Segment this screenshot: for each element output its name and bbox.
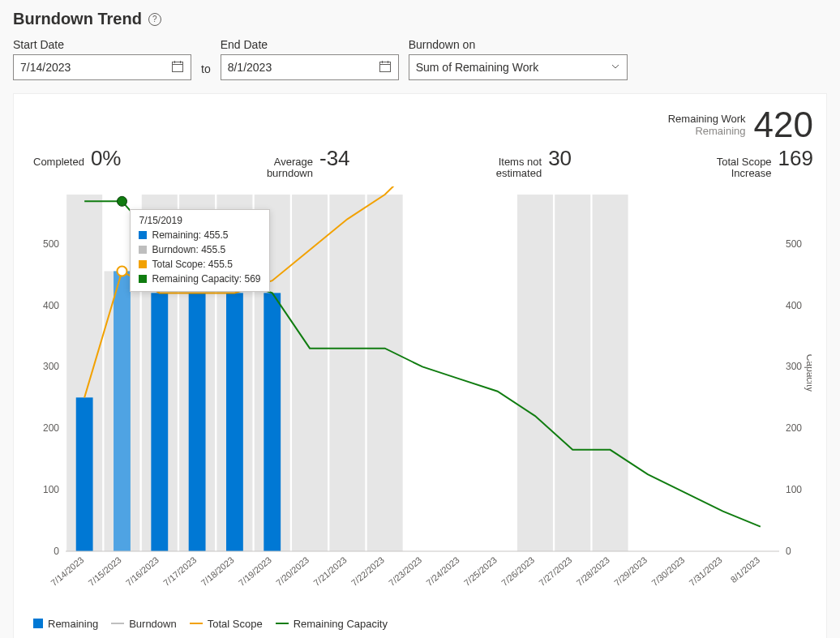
legend-swatch (111, 623, 124, 624)
legend-label: Remaining Capacity (294, 618, 388, 630)
svg-rect-34 (114, 271, 131, 551)
total-scope-increase-metric: Total Scope Increase 169 (707, 146, 813, 180)
svg-text:300: 300 (786, 361, 802, 372)
start-date-label: Start Date (13, 38, 191, 51)
burndown-on-label: Burndown on (409, 38, 628, 51)
avg-burndown-metric: Average burndown -34 (256, 146, 350, 180)
end-date-group: End Date 8/1/2023 (221, 38, 399, 80)
total-scope-increase-label: Total Scope Increase (707, 156, 772, 180)
start-date-group: Start Date 7/14/2023 (13, 38, 191, 80)
svg-rect-17 (517, 195, 553, 551)
svg-text:7/20/2023: 7/20/2023 (274, 555, 311, 588)
burndown-on-group: Burndown on Sum of Remaining Work (409, 38, 628, 80)
svg-rect-19 (593, 195, 628, 551)
items-not-estimated-value: 30 (548, 146, 572, 171)
svg-text:7/17/2023: 7/17/2023 (161, 555, 198, 588)
svg-text:500: 500 (43, 238, 59, 249)
burndown-on-value: Sum of Remaining Work (416, 61, 538, 74)
metrics-top: Remaining Work Remaining 420 (33, 107, 813, 143)
svg-text:200: 200 (786, 422, 802, 434)
end-date-input[interactable]: 8/1/2023 (221, 54, 399, 80)
svg-text:7/24/2023: 7/24/2023 (424, 555, 461, 588)
svg-text:8/1/2023: 8/1/2023 (729, 555, 762, 584)
svg-text:7/30/2023: 7/30/2023 (649, 555, 686, 588)
svg-text:7/14/2023: 7/14/2023 (49, 555, 85, 588)
completed-metric: Completed 0% (33, 146, 121, 180)
svg-text:7/16/2023: 7/16/2023 (124, 555, 161, 588)
svg-text:7/23/2023: 7/23/2023 (387, 555, 423, 588)
page-title: Burndown Trend (13, 10, 142, 28)
metrics-row: Completed 0% Average burndown -34 Items … (33, 146, 813, 180)
svg-text:100: 100 (43, 484, 59, 495)
svg-text:7/25/2023: 7/25/2023 (462, 555, 499, 588)
remaining-work-value: 420 (754, 107, 813, 143)
svg-rect-0 (173, 62, 183, 71)
header: Burndown Trend ? (0, 0, 840, 35)
legend-label: Burndown (129, 618, 177, 630)
end-date-label: End Date (221, 38, 399, 51)
svg-rect-38 (264, 293, 281, 551)
svg-text:7/31/2023: 7/31/2023 (688, 555, 724, 588)
completed-label: Completed (33, 156, 84, 168)
legend-item[interactable]: Remaining Capacity (276, 618, 388, 630)
svg-text:7/18/2023: 7/18/2023 (199, 555, 236, 588)
svg-text:0: 0 (54, 546, 59, 557)
svg-text:7/26/2023: 7/26/2023 (499, 555, 536, 588)
legend-swatch (276, 623, 289, 624)
start-date-value: 7/14/2023 (20, 61, 71, 74)
legend-item[interactable]: Total Scope (190, 618, 263, 630)
calendar-icon (171, 60, 184, 75)
svg-rect-18 (555, 195, 590, 551)
chart-panel: Remaining Work Remaining 420 Completed 0… (13, 93, 827, 638)
start-date-input[interactable]: 7/14/2023 (13, 54, 191, 80)
burndown-on-select[interactable]: Sum of Remaining Work (409, 54, 628, 80)
svg-rect-4 (379, 62, 390, 71)
svg-text:500: 500 (786, 238, 802, 249)
legend-swatch (33, 619, 43, 628)
svg-rect-35 (151, 293, 168, 551)
svg-text:7/28/2023: 7/28/2023 (575, 555, 611, 588)
svg-text:400: 400 (43, 299, 59, 310)
avg-burndown-value: -34 (319, 146, 350, 171)
filter-bar: Start Date 7/14/2023 to End Date 8/1/202… (0, 35, 840, 93)
svg-rect-36 (189, 293, 206, 551)
chevron-down-icon (611, 61, 620, 74)
remaining-sublabel: Remaining (668, 125, 746, 137)
chart-legend: RemainingBurndownTotal ScopeRemaining Ca… (33, 608, 813, 630)
svg-rect-37 (226, 293, 243, 551)
legend-swatch (190, 623, 203, 624)
svg-text:300: 300 (43, 361, 59, 372)
help-icon[interactable]: ? (148, 13, 161, 26)
svg-text:400: 400 (786, 299, 802, 310)
legend-item[interactable]: Remaining (33, 618, 98, 630)
legend-label: Remaining (48, 618, 98, 630)
svg-rect-15 (329, 195, 365, 551)
svg-text:200: 200 (43, 422, 59, 434)
legend-item[interactable]: Burndown (111, 618, 177, 630)
svg-text:7/22/2023: 7/22/2023 (349, 555, 386, 588)
svg-rect-33 (76, 397, 93, 551)
svg-point-39 (117, 266, 126, 276)
calendar-icon (379, 60, 392, 75)
svg-text:7/15/2023: 7/15/2023 (87, 555, 123, 588)
items-not-estimated-metric: Items not estimated 30 (485, 146, 572, 180)
svg-text:100: 100 (786, 484, 802, 495)
remaining-work-metric: Remaining Work Remaining 420 (668, 107, 813, 143)
total-scope-increase-value: 169 (778, 146, 813, 171)
svg-text:7/27/2023: 7/27/2023 (537, 555, 573, 588)
to-label: to (201, 62, 211, 80)
chart-container: 01002003004005000100200300400500Capacity… (33, 186, 813, 608)
svg-point-40 (117, 196, 126, 206)
svg-rect-14 (292, 195, 328, 551)
completed-value: 0% (91, 146, 122, 171)
avg-burndown-label: Average burndown (256, 156, 313, 180)
end-date-value: 8/1/2023 (228, 61, 272, 74)
items-not-estimated-label: Items not estimated (485, 156, 542, 180)
svg-rect-16 (367, 195, 403, 551)
svg-text:0: 0 (786, 546, 791, 557)
svg-text:7/29/2023: 7/29/2023 (612, 555, 649, 588)
chart-tooltip: 7/15/2019Remaining: 455.5Burndown: 455.5… (130, 209, 269, 292)
svg-text:7/19/2023: 7/19/2023 (237, 555, 273, 588)
remaining-work-label: Remaining Work (668, 113, 746, 125)
svg-text:7/21/2023: 7/21/2023 (311, 555, 348, 588)
